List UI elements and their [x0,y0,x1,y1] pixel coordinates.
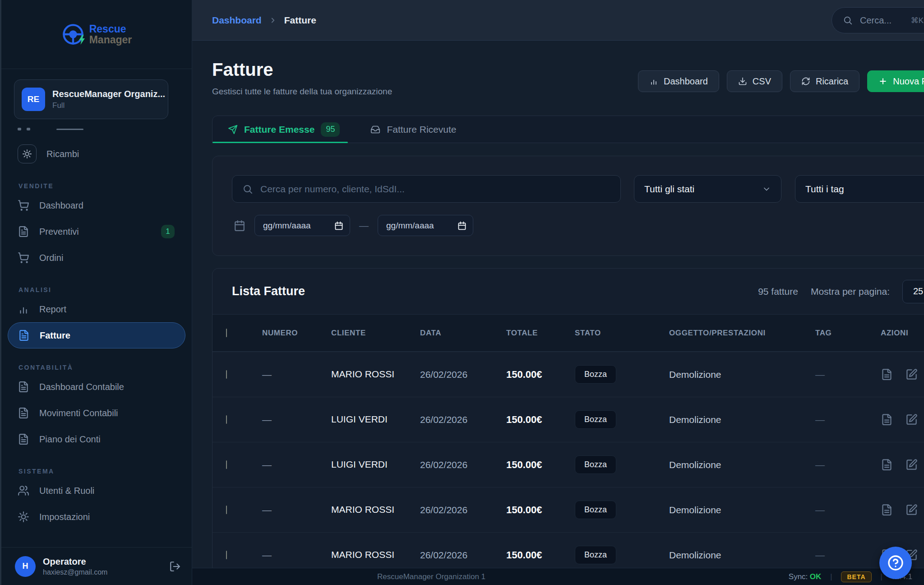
edit-icon[interactable] [906,368,918,381]
sidebar-item-ricambi[interactable]: Ricambi [8,141,185,167]
logout-icon[interactable] [169,561,181,572]
row-checkbox[interactable] [226,460,227,469]
row-checkbox[interactable] [226,370,227,379]
sidebar: Rescue Manager RE RescueManager Organiz.… [0,0,192,585]
list-header: Lista Fatture 95 fatture Mostra per pagi… [213,269,924,314]
select-all-checkbox[interactable] [226,329,227,337]
help-button[interactable] [879,547,912,579]
search-shortcut: ⌘K [911,16,924,25]
page-title: Fatture [212,60,273,80]
status-bar: RescueManager Organization 1 Sync: OK | … [192,568,924,585]
new-invoice-button[interactable]: Nuova F [867,70,924,92]
user-avatar: H [15,556,36,577]
sidebar-item-fatture[interactable]: Fatture [8,322,185,348]
organization-switcher[interactable]: RE RescueManager Organiz... Full [14,79,168,119]
date-from-input[interactable]: gg/mm/aaaa [254,215,350,236]
sync-label: Sync: [789,572,808,581]
view-document-icon[interactable] [881,459,893,471]
column-tag: TAG [815,329,881,338]
sidebar-item-dashboard-vendite[interactable]: Dashboard [8,192,185,218]
table-row: — LUIGI VERDI 26/02/2026 150.00€ Bozza D… [213,397,924,442]
csv-export-button[interactable]: CSV [727,70,782,92]
chevron-right-icon [269,16,277,24]
view-document-icon[interactable] [881,368,893,381]
sidebar-item-preventivi[interactable]: Preventivi 1 [8,218,185,245]
row-checkbox[interactable] [226,506,227,514]
column-data: DATA [420,329,506,338]
user-name: Operatore [43,557,107,567]
lightning-bolt-icon [77,34,88,45]
active-tab-underline [213,142,348,143]
send-icon [228,125,238,135]
sidebar-item-impostazioni[interactable]: Impostazioni [8,504,185,530]
user-email: haxiesz@gmail.com [43,568,107,576]
file-text-icon [18,407,29,419]
steering-wheel-icon [61,23,85,46]
edit-icon[interactable] [906,413,918,426]
section-title-sistema: SISTEMA [18,468,185,475]
sidebar-item-ordini[interactable]: Ordini [8,245,185,271]
reload-button[interactable]: Ricarica [790,70,859,92]
table-row: — MARIO ROSSI 26/02/2026 150.00€ Bozza D… [213,487,924,532]
row-checkbox[interactable] [226,415,227,424]
file-text-icon [18,433,29,445]
tab-fatture-ricevute[interactable]: Fatture Ricevute [355,116,471,143]
tab-fatture-emesse[interactable]: Fatture Emesse 95 [213,116,355,143]
sidebar-item-label: Movimenti Contabili [39,408,118,418]
date-to-input[interactable]: gg/mm/aaaa [378,215,473,236]
user-panel: H Operatore haxiesz@gmail.com [1,547,192,585]
sidebar-item-movimenti-contabili[interactable]: Movimenti Contabili [8,400,185,426]
edit-icon[interactable] [906,459,918,471]
table-header-row: NUMERO CLIENTE DATA TOTALE STATO OGGETTO… [213,314,924,352]
brand-name-top: Rescue [89,23,132,34]
per-page-label: Mostra per pagina: [811,286,890,297]
invoice-search-placeholder: Cerca per numero, cliente, IdSdI... [260,184,405,195]
footer-org-name: RescueManager Organization 1 [377,572,485,581]
page-actions: Dashboard CSV Ricarica Nuova F [638,70,924,92]
breadcrumb: Dashboard Fatture [212,15,316,26]
app-logo: Rescue Manager [1,0,192,69]
bar-chart-icon [18,303,29,315]
global-search[interactable]: Cerca... ⌘K [832,7,924,33]
cart-icon [18,200,29,211]
view-document-icon[interactable] [881,504,893,516]
invoice-search-input[interactable]: Cerca per numero, cliente, IdSdI... [232,175,621,203]
calendar-picker-icon[interactable] [334,221,343,230]
organization-name: RescueManager Organiz... [52,89,165,99]
search-icon [242,184,253,195]
status-badge: Bozza [575,365,616,384]
dashboard-button[interactable]: Dashboard [638,70,719,92]
search-icon [843,15,853,25]
status-filter-select[interactable]: Tutti gli stati [634,175,781,203]
table-row: — MARIO ROSSI 26/02/2026 150.00€ Bozza D… [213,352,924,397]
section-title-analisi: ANALISI [18,286,185,293]
sidebar-item-label: Dashboard Contabile [39,382,124,392]
edit-icon[interactable] [906,504,918,516]
row-checkbox[interactable] [226,551,227,559]
tag-filter-select[interactable]: Tutti i tag [795,175,924,203]
footer-divider: | [881,573,882,581]
calendar-picker-icon[interactable] [457,221,467,230]
sidebar-item-dashboard-contabile[interactable]: Dashboard Contabile [8,374,185,400]
view-document-icon[interactable] [881,413,893,426]
sidebar-item-report[interactable]: Report [8,296,185,322]
topbar: Dashboard Fatture Cerca... ⌘K [192,0,924,41]
sidebar-item-utenti-ruoli[interactable]: Utenti & Ruoli [8,478,185,504]
status-badge: Bozza [575,546,616,564]
column-stato: STATO [575,329,669,338]
breadcrumb-dashboard-link[interactable]: Dashboard [212,15,262,26]
per-page-select[interactable]: 25 [902,280,924,303]
sidebar-item-piano-dei-conti[interactable]: Piano dei Conti [8,426,185,452]
column-azioni: AZIONI [881,329,924,338]
preventivi-count-badge: 1 [161,225,175,238]
status-badge: Bozza [575,455,616,474]
chevron-down-icon [762,185,771,194]
sidebar-item-label: Ricambi [46,149,79,159]
invoice-tabs: Fatture Emesse 95 Fatture Ricevute [212,116,924,143]
spare-parts-icon [18,144,37,163]
footer-divider: | [830,573,832,581]
gear-icon [18,511,29,523]
sidebar-item-label: Fatture [40,330,70,341]
section-title-contabilita: CONTABILITÀ [18,364,185,371]
page-subtitle: Gestisci tutte le fatture della tua orga… [212,87,392,97]
